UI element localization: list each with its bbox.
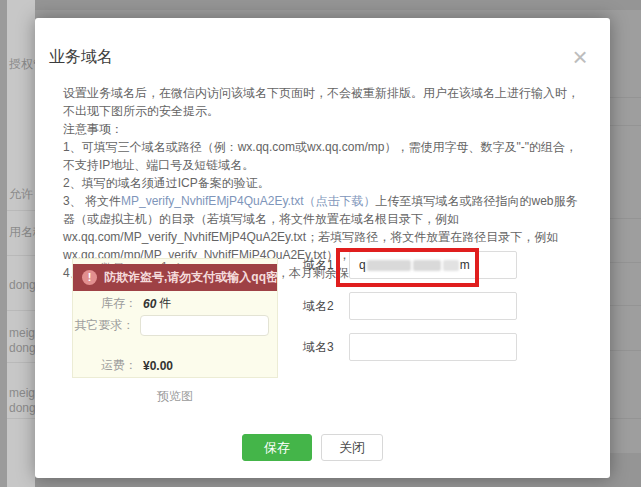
domain2-input[interactable] [349,292,517,320]
shipping-row: 运费： ¥0.00 [73,357,269,374]
note-item-1: 1、可填写三个域名或路径（例：wx.qq.com或wx.qq.com/mp），需… [63,138,585,174]
redaction-block [413,260,441,271]
close-button[interactable]: 关闭 [321,434,383,461]
background-text-fragment: dongmin [9,401,35,415]
domain-row-2: 域名2 [303,292,517,320]
domain-row-3: 域名3 [303,333,517,361]
background-left-divider [7,418,35,419]
domain-row-1: 域名1 qm [303,251,517,279]
domain1-value-start: q [359,258,366,272]
notes-heading: 注意事项： [63,120,585,138]
background-text-fragment: 允许 通过 [9,186,35,203]
note-item-2: 2、填写的域名须通过ICP备案的验证。 [63,174,585,192]
security-warning-preview-card: 数量： - 1 + ! 防欺诈盗号,请勿支付或输入qq密码 × 库存： 60 件… [72,258,278,378]
domain2-label: 域名2 [303,298,349,315]
background-text-fragment: dongmin [9,341,35,355]
dialog-title: 业务域名 [49,47,113,68]
background-left-divider [7,310,35,311]
other-requirements-row: 其它要求： [73,315,269,336]
background-text-fragment: 授权管 [9,56,35,73]
preview-caption: 预览图 [72,388,278,405]
background-left-divider [7,255,35,256]
background-left-edge-strip [0,0,7,487]
shipping-value: ¥0.00 [143,359,173,373]
domain1-input[interactable]: qm [349,251,517,279]
background-page-left-column: 授权管 允许 通过 用名称作 dongmin meigua dongmin me… [0,0,35,487]
warning-exclamation-icon: ! [82,270,97,285]
background-text-fragment: 用名称作 [9,224,35,241]
other-requirements-input [140,315,269,336]
stock-label: 库存： [73,295,137,312]
other-requirements-label: 其它要求： [73,317,134,334]
domain1-value-end: m [460,258,470,272]
fraud-warning-text: 防欺诈盗号,请勿支付或输入qq密码 [104,269,278,286]
description-text: 设置业务域名后，在微信内访问该域名下页面时，不会被重新排版。用户在该域名上进行输… [63,84,585,120]
stock-row: 库存： 60 件 [73,295,269,312]
domain3-label: 域名3 [303,339,349,356]
domain3-input[interactable] [349,333,517,361]
background-text-fragment: dongmin [9,278,35,292]
redaction-block [367,260,411,271]
background-left-divider [7,210,35,211]
close-icon[interactable]: × [565,42,595,72]
shipping-label: 运费： [73,357,137,374]
stock-value: 60 [143,297,156,311]
background-left-divider [7,362,35,363]
verify-file-download-link[interactable]: MP_verify_NvhifEMjP4QuA2Ey.txt（点击下载） [121,194,376,208]
save-button[interactable]: 保存 [242,434,312,461]
fraud-warning-banner: ! 防欺诈盗号,请勿支付或输入qq密码 × [73,264,277,291]
note-3-prefix: 3、 将文件 [63,194,121,208]
background-top-band [0,0,641,10]
domain-fields: 域名1 qm 域名2 域名3 [303,251,517,374]
background-text-fragment: meigua [9,386,35,400]
business-domain-dialog: 业务域名 × 设置业务域名后，在微信内访问该域名下页面时，不会被重新排版。用户在… [35,18,610,478]
redaction-block [443,260,459,271]
background-text-fragment: meigua [9,326,35,340]
domain1-label: 域名1 [303,257,349,274]
stock-unit: 件 [159,295,171,312]
